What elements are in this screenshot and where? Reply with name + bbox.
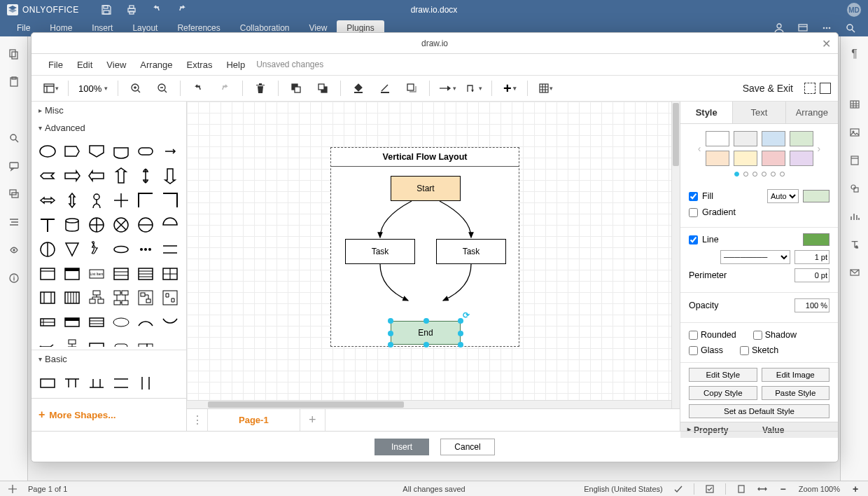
shape-item[interactable] <box>62 238 83 260</box>
line-color-swatch[interactable] <box>803 233 830 246</box>
edit-style-button[interactable]: Edit Style <box>689 368 757 382</box>
tab-arrange[interactable]: Arrange <box>785 102 838 123</box>
shape-item[interactable] <box>111 190 132 212</box>
mail-icon[interactable] <box>848 266 861 279</box>
shape-item[interactable] <box>86 372 108 394</box>
shape-item[interactable] <box>86 214 108 236</box>
shape-item[interactable] <box>37 238 59 260</box>
shape-item[interactable] <box>62 263 83 284</box>
palette-swatch[interactable] <box>790 151 813 166</box>
shape-item[interactable] <box>86 190 108 212</box>
glass-checkbox[interactable]: Glass <box>689 345 723 355</box>
shape-item[interactable] <box>111 214 132 236</box>
shape-item[interactable]: List Item <box>86 263 108 284</box>
palette-swatch[interactable] <box>706 151 729 166</box>
shape-item[interactable] <box>111 141 132 163</box>
shape-item[interactable] <box>134 372 156 394</box>
zoom-level[interactable]: Zoom 100% <box>799 485 840 493</box>
shape-item[interactable] <box>159 238 181 260</box>
fill-color-icon[interactable] <box>346 78 370 99</box>
redo-icon[interactable] <box>176 4 188 16</box>
canvas[interactable]: Vertical Flow Layout Start Task Task End <box>187 102 680 408</box>
chat-icon[interactable] <box>8 188 20 200</box>
shape-item[interactable] <box>37 263 59 284</box>
selection-handle[interactable] <box>388 331 393 336</box>
tab-style[interactable]: Style <box>680 102 732 123</box>
shape-item[interactable] <box>134 312 156 333</box>
palette-next-icon[interactable]: › <box>816 143 822 154</box>
shape-item[interactable] <box>37 287 59 309</box>
shape-item[interactable] <box>86 165 108 187</box>
close-icon[interactable]: ✕ <box>822 37 831 50</box>
comment-icon[interactable] <box>8 160 20 172</box>
shape-item[interactable] <box>37 141 59 163</box>
shape-item[interactable] <box>37 214 59 236</box>
palette-swatch[interactable] <box>706 131 729 146</box>
page-tab-1[interactable]: Page-1 <box>208 409 300 431</box>
line-width-input[interactable]: 1 pt <box>794 250 830 264</box>
shape-item[interactable] <box>37 336 59 347</box>
node-start[interactable]: Start <box>391 176 461 201</box>
node-task-2[interactable]: Task <box>436 239 506 264</box>
copy-style-button[interactable]: Copy Style <box>689 386 757 400</box>
shape-item[interactable] <box>159 336 181 347</box>
edit-image-button[interactable]: Edit Image <box>762 368 830 382</box>
shadow-checkbox[interactable]: Shadow <box>753 330 797 340</box>
shape-item[interactable] <box>86 238 108 260</box>
pager-dot[interactable] <box>780 172 785 177</box>
selection-handle[interactable] <box>388 318 393 324</box>
search-icon[interactable] <box>844 22 857 34</box>
palette-swatch[interactable] <box>734 131 757 146</box>
table-btn-icon[interactable]: ▾ <box>533 78 557 99</box>
selection-handle[interactable] <box>458 342 463 347</box>
palette-prev-icon[interactable]: ‹ <box>696 143 703 154</box>
node-task-1[interactable]: Task <box>345 239 415 264</box>
language-status[interactable]: English (United States) <box>584 485 663 493</box>
to-front-icon[interactable] <box>284 78 308 99</box>
shape-item[interactable] <box>134 165 156 187</box>
para-icon[interactable]: ¶ <box>848 48 861 60</box>
print-icon[interactable] <box>125 4 138 16</box>
shape-item[interactable] <box>159 214 181 236</box>
zoom-select[interactable]: 100%▾ <box>74 83 112 94</box>
cancel-button[interactable]: Cancel <box>440 439 495 455</box>
shape-item[interactable] <box>62 141 83 163</box>
undo-icon[interactable] <box>150 4 163 16</box>
paste-style-button[interactable]: Paste Style <box>762 386 830 400</box>
selection-handle[interactable] <box>458 331 463 336</box>
shape-item[interactable] <box>134 336 156 347</box>
table-icon[interactable] <box>848 98 861 111</box>
zoom-in-sb-icon[interactable]: + <box>850 483 861 495</box>
line-checkbox[interactable] <box>689 235 698 244</box>
palette-swatch[interactable] <box>734 151 757 166</box>
shape-item[interactable] <box>159 263 181 284</box>
shadow-toggle-icon[interactable] <box>400 78 424 99</box>
shape-item[interactable] <box>37 372 59 394</box>
search-left-icon[interactable] <box>8 132 20 144</box>
shape-item[interactable] <box>111 287 132 309</box>
shape-item[interactable] <box>159 372 181 394</box>
shape-item[interactable] <box>62 372 83 394</box>
pager-dot[interactable] <box>734 172 739 177</box>
chart-icon[interactable] <box>848 210 861 223</box>
save-icon[interactable] <box>100 4 113 16</box>
perimeter-input[interactable]: 0 pt <box>794 268 830 282</box>
section-misc[interactable]: ▸Misc <box>31 102 186 119</box>
shape-item[interactable] <box>86 287 108 309</box>
shape-item[interactable] <box>86 141 108 163</box>
delete-icon[interactable] <box>248 78 272 99</box>
fill-color-swatch[interactable] <box>803 190 830 202</box>
shape-item[interactable] <box>111 336 132 347</box>
tb-undo-icon[interactable] <box>186 78 210 99</box>
to-back-icon[interactable] <box>311 78 335 99</box>
line-color-icon[interactable] <box>373 78 397 99</box>
palette-swatch[interactable] <box>762 151 785 166</box>
palette-swatch[interactable] <box>790 131 813 146</box>
nav-icon[interactable] <box>8 216 20 228</box>
track-changes-icon[interactable] <box>704 483 715 495</box>
shape-item[interactable] <box>62 336 83 347</box>
more-shapes-button[interactable]: + More Shapes... <box>31 398 186 431</box>
zoom-in-icon[interactable] <box>124 78 148 99</box>
pager-dot[interactable] <box>752 172 757 177</box>
shape-item[interactable] <box>111 372 132 394</box>
